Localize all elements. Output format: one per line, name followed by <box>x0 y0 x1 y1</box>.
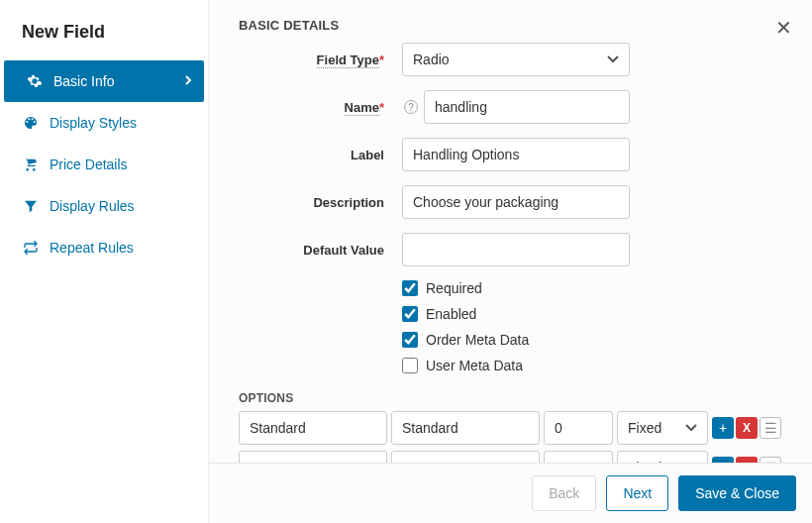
section-header: BASIC DETAILS <box>209 0 812 33</box>
checkboxes: Required Enabled Order Meta Data User Me… <box>402 280 782 373</box>
option-row: Fixed + X ☰ <box>239 411 782 445</box>
description-label: Description <box>239 195 402 210</box>
close-icon: ✕ <box>775 17 792 39</box>
chevron-right-icon <box>184 73 192 89</box>
repeat-icon <box>22 239 40 257</box>
required-label: Required <box>426 280 482 296</box>
row-label: Label <box>239 138 782 171</box>
order-meta-label: Order Meta Data <box>426 332 529 348</box>
required-checkbox[interactable] <box>402 280 418 296</box>
row-description: Description <box>239 185 782 219</box>
name-input[interactable] <box>424 90 630 124</box>
new-field-modal: New Field Basic Info Display Styles Pric… <box>0 0 812 523</box>
plus-icon: + <box>719 420 727 436</box>
enabled-label: Enabled <box>426 306 476 322</box>
form-area: Field Type* Radio Name* ? Label <box>209 33 812 463</box>
sidebar-item-label: Display Rules <box>50 198 135 214</box>
user-meta-label: User Meta Data <box>426 358 523 373</box>
sidebar: New Field Basic Info Display Styles Pric… <box>0 0 208 523</box>
option-drag-handle[interactable]: ☰ <box>760 417 781 439</box>
default-value-input[interactable] <box>402 233 630 266</box>
save-close-button[interactable]: Save & Close <box>678 475 796 511</box>
option-value-input[interactable] <box>239 411 387 445</box>
sidebar-item-repeat-rules[interactable]: Repeat Rules <box>0 227 208 268</box>
row-name: Name* ? <box>239 90 782 124</box>
order-meta-checkbox[interactable] <box>402 332 418 348</box>
label-label: Label <box>239 148 402 162</box>
sidebar-item-label: Repeat Rules <box>50 240 134 256</box>
sidebar-item-label: Display Styles <box>50 115 137 131</box>
row-field-type: Field Type* Radio <box>239 43 782 76</box>
delete-icon: X <box>743 421 751 435</box>
footer: Back Next Save & Close <box>209 463 812 523</box>
option-value-input[interactable] <box>239 451 387 463</box>
gear-icon <box>26 72 44 90</box>
sidebar-item-basic-info[interactable]: Basic Info <box>4 60 204 102</box>
cart-icon <box>22 156 40 173</box>
drag-icon: ☰ <box>764 420 777 436</box>
main-panel: ✕ BASIC DETAILS Field Type* Radio Name* … <box>208 0 812 523</box>
field-type-select[interactable]: Radio <box>402 43 630 76</box>
option-add-button[interactable]: + <box>712 417 734 439</box>
option-row: Fixed + X ☰ <box>239 451 782 463</box>
sidebar-item-price-details[interactable]: Price Details <box>0 144 208 185</box>
row-default-value: Default Value <box>239 233 782 266</box>
enabled-checkbox[interactable] <box>402 306 418 322</box>
option-text-input[interactable] <box>391 411 540 445</box>
next-button[interactable]: Next <box>606 475 668 511</box>
funnel-icon <box>22 197 40 215</box>
field-type-label: Field Type* <box>239 52 402 67</box>
name-label: Name* <box>239 100 402 115</box>
options-header: OPTIONS <box>239 383 782 411</box>
user-meta-checkbox[interactable] <box>402 358 418 373</box>
sidebar-item-display-rules[interactable]: Display Rules <box>0 185 208 227</box>
back-button[interactable]: Back <box>532 475 596 511</box>
sidebar-item-label: Price Details <box>50 157 128 172</box>
option-price-type-select[interactable]: Fixed <box>617 411 708 445</box>
option-remove-button[interactable]: X <box>736 417 758 439</box>
option-price-input[interactable] <box>544 411 613 445</box>
close-button[interactable]: ✕ <box>769 14 798 42</box>
palette-icon <box>22 114 40 132</box>
help-icon[interactable]: ? <box>404 100 418 114</box>
description-input[interactable] <box>402 185 630 219</box>
default-value-label: Default Value <box>239 243 402 258</box>
modal-title: New Field <box>0 0 208 60</box>
option-price-input[interactable] <box>544 451 613 463</box>
label-input[interactable] <box>402 138 630 171</box>
sidebar-item-display-styles[interactable]: Display Styles <box>0 102 208 144</box>
option-text-input[interactable] <box>391 451 540 463</box>
sidebar-item-label: Basic Info <box>53 73 114 89</box>
option-price-type-select[interactable]: Fixed <box>617 451 708 463</box>
